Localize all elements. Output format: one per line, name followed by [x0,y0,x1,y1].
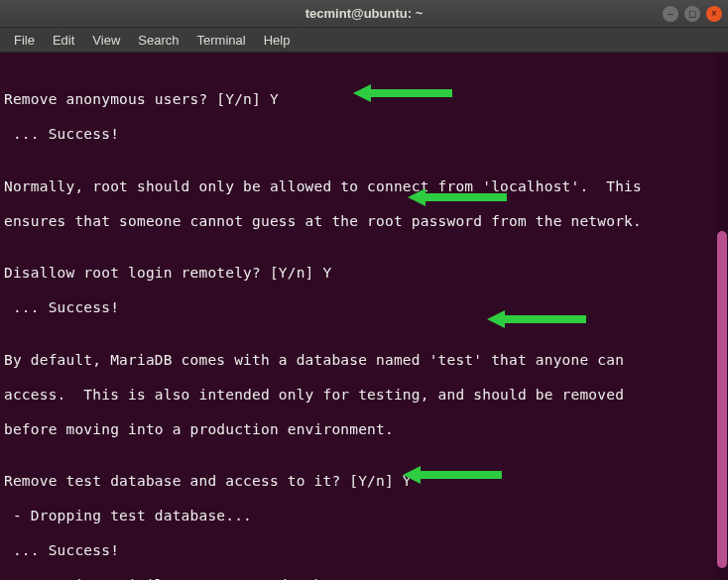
menu-view[interactable]: View [84,30,128,51]
terminal-line: before moving into a production environm… [4,421,724,439]
terminal-line: ensures that someone cannot guess at the… [4,213,724,231]
menu-terminal[interactable]: Terminal [189,30,254,51]
menu-search[interactable]: Search [130,30,186,51]
terminal-line: Remove test database and access to it? [… [4,473,724,491]
terminal-line: ... Success! [4,299,724,317]
arrow-annotation-icon [317,66,417,84]
terminal-line: Remove anonymous users? [Y/n] Y [4,91,724,109]
terminal-line: Normally, root should only be allowed to… [4,178,724,196]
terminal-line: Disallow root login remotely? [Y/n] Y [4,265,724,283]
close-button[interactable]: × [706,6,722,22]
terminal-line: - Dropping test database... [4,508,724,525]
window-controls: – ◻ × [663,6,722,22]
menu-edit[interactable]: Edit [45,30,82,51]
menubar: File Edit View Search Terminal Help [0,28,728,53]
terminal-area[interactable]: Remove anonymous users? [Y/n] Y ... Succ… [0,53,728,580]
window-title: tecmint@ubuntu: ~ [305,6,423,21]
maximize-button[interactable]: ◻ [684,6,700,22]
menu-file[interactable]: File [6,30,43,51]
scrollbar-thumb[interactable] [717,231,727,568]
terminal-line: By default, MariaDB comes with a databas… [4,352,724,370]
menu-help[interactable]: Help [256,30,299,51]
arrow-annotation-icon [367,448,466,466]
terminal-line: access. This is also intended only for t… [4,387,724,405]
terminal-line: ... Success! [4,542,724,560]
scrollbar[interactable] [716,53,728,580]
terminal-line: ... Success! [4,126,724,144]
minimize-button[interactable]: – [663,6,678,22]
titlebar: tecmint@ubuntu: ~ – ◻ × [0,0,728,28]
